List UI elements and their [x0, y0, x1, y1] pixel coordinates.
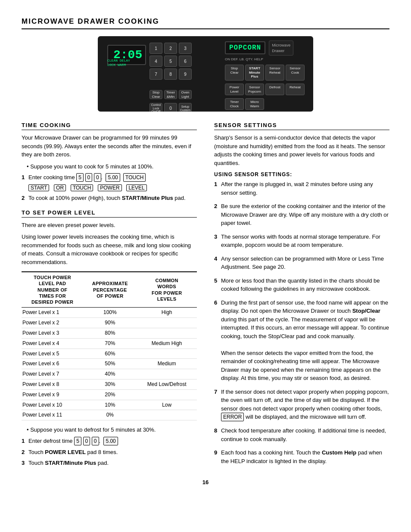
- mw-btn-1[interactable]: 1: [149, 43, 162, 54]
- mw-btn-timer[interactable]: Timer&Min: [164, 90, 177, 99]
- step-2-number: 2: [22, 194, 28, 202]
- mw-btn-8[interactable]: 8: [164, 68, 177, 80]
- table-row: Power Level x 290%: [22, 318, 197, 328]
- defrost-step-3-content: Touch START/Minute Plus pad.: [28, 459, 197, 467]
- sensor-step-2: 2Be sure the exterior of the cooking con…: [214, 202, 389, 230]
- table-cell: 10%: [83, 400, 137, 410]
- table-row: Power Level x 1100%High: [22, 308, 197, 318]
- kbd-d500: 5.00: [103, 437, 118, 445]
- sensor-settings-para1: Sharp's Sensor is a semi-conductor devic…: [214, 134, 389, 167]
- page-title: MICROWAVE DRAWER COOKING: [22, 17, 389, 29]
- table-cell: Power Level x 8: [22, 380, 83, 390]
- time-cooking-title: TIME COOKING: [22, 122, 197, 130]
- mw-btn-defrost[interactable]: Defrost: [265, 84, 284, 95]
- sensor-step-content-2: Be sure the exterior of the cooking cont…: [221, 202, 389, 227]
- mw-btn-stop-clear-left[interactable]: StopClear: [149, 90, 162, 99]
- mw-btn-zero[interactable]: 0: [164, 103, 177, 112]
- table-header-3: COMMONWORDSFOR POWERLEVELS: [137, 272, 197, 308]
- mw-btn-5[interactable]: 5: [164, 56, 177, 67]
- mw-btn-power-level[interactable]: PowerLevel: [225, 84, 244, 95]
- table-cell: 50%: [83, 359, 137, 369]
- sensor-steps-list: 1After the range is plugged in, wait 2 m…: [214, 180, 389, 468]
- mw-btn-sensor-reheat[interactable]: SensorReheat: [265, 65, 284, 81]
- defrost-bullet: Suppose you want to defrost for 5 minute…: [27, 426, 197, 434]
- sensor-step-number-2: 2: [214, 202, 221, 230]
- sensor-step-7: 7If the sensor does not detect vapor pro…: [214, 388, 389, 424]
- table-cell: [137, 328, 197, 339]
- mw-btn-control-lock[interactable]: ControlLockOn/Off: [149, 103, 162, 112]
- table-cell: 0%: [83, 410, 137, 420]
- sensor-step-content-8: Check food temperature after cooking. If…: [221, 426, 389, 443]
- defrost-step-1-number: 1: [22, 437, 28, 445]
- table-cell: 20%: [83, 389, 137, 400]
- table-cell: Power Level x 3: [22, 328, 83, 339]
- table-cell: [137, 369, 197, 380]
- table-cell: 30%: [83, 380, 137, 390]
- table-cell: [137, 410, 197, 420]
- sensor-step-9: 9Each food has a cooking hint. Touch the…: [214, 448, 389, 468]
- table-row: Power Level x 920%: [22, 389, 197, 400]
- mw-btn-7[interactable]: 7: [149, 68, 162, 80]
- kbd-power: POWER: [98, 184, 121, 191]
- mw-btn-timer-clock[interactable]: TimerClock: [225, 98, 244, 110]
- sensor-step-5: 5More or less food than the quantity lis…: [214, 277, 389, 296]
- mw-btn-setup[interactable]: SetupCustom: [179, 103, 192, 112]
- sensor-step-4: 4Any sensor selection can be programmed …: [214, 255, 389, 274]
- table-cell: Low: [137, 400, 197, 410]
- defrost-step-3: 3 Touch START/Minute Plus pad.: [22, 459, 197, 467]
- sensor-step-6: 6During the first part of sensor use, th…: [214, 299, 389, 385]
- mw-btn-micro-warm[interactable]: Micro Warm: [245, 98, 264, 110]
- mw-btn-2[interactable]: 2: [164, 43, 177, 54]
- set-power-title: TO SET POWER LEVEL: [22, 209, 197, 218]
- kbd-level: LEVEL: [126, 184, 146, 191]
- sensor-step-number-3: 3: [214, 233, 221, 252]
- mw-btn-sensor-cook[interactable]: SensorCook: [286, 65, 305, 81]
- mw-popcorn-display: POPCORN: [225, 41, 265, 54]
- sensor-step-content-3: The sensor works with foods at normal st…: [221, 233, 389, 249]
- table-cell: Power Level x 11: [22, 410, 83, 420]
- table-cell: 100%: [83, 308, 137, 318]
- mw-btn-9[interactable]: 9: [179, 68, 192, 80]
- using-sensor-title: USING SENSOR SETTINGS:: [214, 171, 389, 177]
- kbd-5: 5: [76, 173, 84, 182]
- left-column: TIME COOKING Your Microwave Drawer can b…: [22, 122, 197, 470]
- kbd-d5: 5: [74, 437, 81, 445]
- time-cooking-bullet1: Suppose you want to cook for 5 minutes a…: [27, 162, 197, 171]
- step-1-content: Enter cooking time 5 0 0. 5.00 TOUCH: [28, 173, 197, 182]
- kbd-0b: 0: [94, 173, 101, 182]
- defrost-step-2-number: 2: [22, 448, 28, 457]
- defrost-step-2: 2 Touch POWER LEVEL pad 8 times.: [22, 448, 197, 457]
- sensor-step-number-1: 1: [214, 180, 221, 199]
- kbd-touch2: TOUCH: [71, 184, 93, 191]
- table-cell: 90%: [83, 318, 137, 328]
- mw-btn-6[interactable]: 6: [179, 56, 192, 67]
- table-cell: 40%: [83, 369, 137, 380]
- step-1-number: 1: [22, 173, 28, 182]
- table-header-2: APPROXIMATEPERCENTAGEOF POWER: [83, 272, 137, 308]
- mw-btn-start[interactable]: STARTMinute Plus: [245, 65, 264, 81]
- table-row: Power Level x 830%Med Low/Defrost: [22, 380, 197, 390]
- mw-btn-3[interactable]: 3: [179, 43, 192, 54]
- table-cell: Medium High: [137, 338, 197, 348]
- table-cell: Power Level x 5: [22, 348, 83, 359]
- mw-btn-stop-clear[interactable]: StopClear: [225, 65, 244, 81]
- mw-popcorn-labels: ON DEF. LB. QTY. HELP: [225, 57, 309, 61]
- table-header-1: TOUCH POWERLEVEL PADNUMBER OFTIMES FORDE…: [22, 272, 83, 308]
- table-cell: Power Level x 9: [22, 389, 83, 400]
- table-row: Power Level x 740%: [22, 369, 197, 380]
- table-cell: Power Level x 10: [22, 400, 83, 410]
- table-cell: Power Level x 2: [22, 318, 83, 328]
- sensor-step-number-8: 8: [214, 426, 221, 446]
- mw-btn-sensor-popcorn[interactable]: SensorPopcorn: [245, 84, 264, 95]
- defrost-step-2-content: Touch POWER LEVEL pad 8 times.: [28, 448, 197, 457]
- step-1-row2: START OR TOUCH POWER LEVEL: [28, 184, 197, 191]
- mw-btn-4[interactable]: 4: [149, 56, 162, 67]
- mw-btn-oven-light[interactable]: OvenLight: [179, 90, 192, 99]
- mw-btn-reheat[interactable]: Reheat: [286, 84, 305, 95]
- table-cell: 70%: [83, 338, 137, 348]
- table-row: Power Level x 470%Medium High: [22, 338, 197, 348]
- table-cell: Power Level x 1: [22, 308, 83, 318]
- table-cell: [137, 348, 197, 359]
- sensor-settings-title: SENSOR SETTINGS: [214, 122, 389, 130]
- sensor-step-content-9: Each food has a cooking hint. Touch the …: [221, 448, 389, 465]
